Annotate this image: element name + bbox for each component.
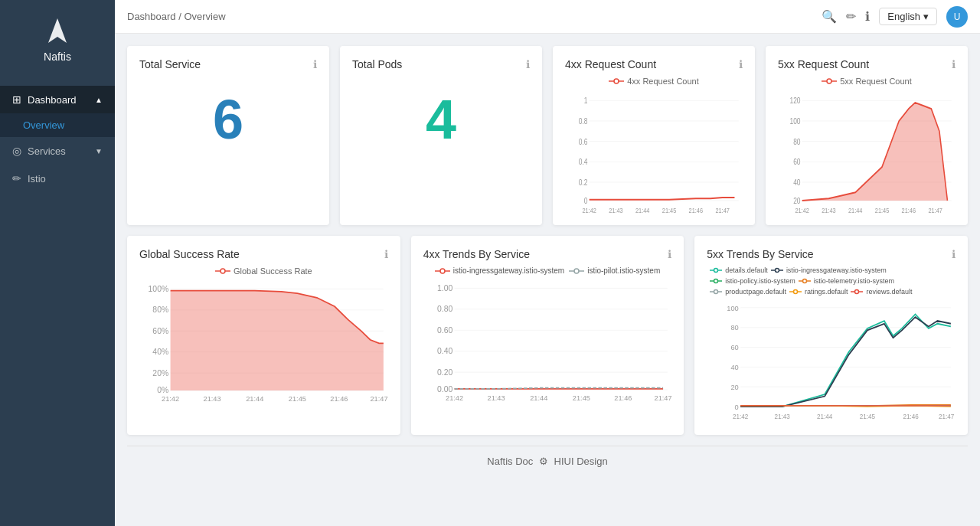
app-logo-icon bbox=[42, 15, 73, 46]
legend-4xx-ingress-label: istio-ingressgateway.istio-system bbox=[453, 266, 564, 275]
svg-text:0.4: 0.4 bbox=[579, 157, 588, 166]
breadcrumb: Dashboard / Overview bbox=[127, 11, 226, 22]
req-4xx-header: 4xx Request Count ℹ bbox=[565, 58, 743, 70]
total-service-value: 6 bbox=[139, 77, 317, 170]
sidebar-item-services[interactable]: ◎ Services ▼ bbox=[0, 137, 115, 165]
svg-text:40%: 40% bbox=[152, 348, 168, 356]
req-4xx-legend-label: 4xx Request Count bbox=[627, 77, 699, 86]
sidebar: Naftis ⊞ Dashboard ▲ Overview ◎ Services… bbox=[0, 0, 115, 526]
req-5xx-info-icon[interactable]: ℹ bbox=[952, 58, 956, 70]
topbar: Dashboard / Overview 🔍 ✏ ℹ English ▾ U bbox=[115, 0, 980, 34]
svg-text:21:43: 21:43 bbox=[609, 206, 623, 213]
sidebar-item-dashboard[interactable]: ⊞ Dashboard ▲ bbox=[0, 86, 115, 113]
app-logo: Naftis bbox=[42, 15, 73, 63]
language-button[interactable]: English ▾ bbox=[879, 8, 937, 25]
svg-text:21:43: 21:43 bbox=[203, 395, 220, 403]
total-service-title: Total Service bbox=[139, 58, 201, 70]
svg-point-88 bbox=[775, 269, 779, 273]
svg-text:20: 20 bbox=[731, 383, 739, 391]
sidebar-services-label: Services bbox=[28, 145, 66, 157]
footer-design-text: HIUI Design bbox=[554, 456, 608, 467]
svg-text:21:47: 21:47 bbox=[928, 206, 942, 213]
req-5xx-legend: 5xx Request Count bbox=[778, 77, 956, 86]
svg-text:0.60: 0.60 bbox=[437, 326, 453, 335]
svg-text:0.2: 0.2 bbox=[579, 178, 588, 187]
svg-text:21:42: 21:42 bbox=[446, 394, 463, 402]
main-content: Dashboard / Overview 🔍 ✏ ℹ English ▾ U T… bbox=[115, 0, 980, 526]
chevron-down-icon: ▼ bbox=[95, 147, 103, 155]
sidebar-overview-label: Overview bbox=[23, 119, 64, 131]
sidebar-item-overview[interactable]: Overview bbox=[0, 113, 115, 137]
global-success-info-icon[interactable]: ℹ bbox=[384, 248, 388, 260]
search-icon[interactable]: 🔍 bbox=[822, 9, 837, 24]
svg-text:0%: 0% bbox=[157, 386, 168, 394]
svg-text:40: 40 bbox=[793, 178, 800, 187]
svg-text:21:44: 21:44 bbox=[848, 206, 863, 213]
svg-text:1: 1 bbox=[584, 96, 588, 105]
trends-5xx-info-icon[interactable]: ℹ bbox=[952, 248, 956, 260]
svg-text:21:47: 21:47 bbox=[715, 206, 730, 213]
svg-text:80: 80 bbox=[793, 137, 800, 146]
edit-icon[interactable]: ✏ bbox=[846, 9, 856, 24]
total-pods-header: Total Pods ℹ bbox=[352, 58, 530, 70]
svg-text:80: 80 bbox=[731, 323, 739, 332]
language-label: English bbox=[887, 11, 920, 22]
svg-text:1.00: 1.00 bbox=[437, 284, 453, 292]
req-5xx-chart: 120 100 80 60 40 20 21:42 21:43 21:44 21… bbox=[778, 90, 956, 213]
user-avatar[interactable]: U bbox=[946, 6, 968, 28]
legend-5xx-details: details.default bbox=[710, 266, 768, 274]
svg-point-90 bbox=[714, 279, 718, 283]
req-5xx-header: 5xx Request Count ℹ bbox=[778, 58, 956, 70]
legend-telemetry-label: istio-telemetry.istio-system bbox=[814, 277, 894, 285]
sidebar-item-istio[interactable]: ✏ Istio bbox=[0, 165, 115, 192]
info-icon[interactable]: ℹ bbox=[865, 9, 870, 24]
svg-point-22 bbox=[827, 79, 831, 83]
svg-text:60: 60 bbox=[793, 157, 800, 166]
svg-text:0.80: 0.80 bbox=[437, 305, 453, 313]
legend-5xx-telemetry: istio-telemetry.istio-system bbox=[799, 277, 894, 285]
svg-text:0.00: 0.00 bbox=[437, 385, 453, 394]
trends-5xx-card: 5xx Trends By Service ℹ details.default … bbox=[694, 236, 968, 435]
svg-point-66 bbox=[574, 269, 579, 273]
sidebar-nav: ⊞ Dashboard ▲ Overview ◎ Services ▼ ✏ Is… bbox=[0, 86, 115, 192]
legend-5xx-productpage: productpage.default bbox=[710, 288, 786, 296]
lang-chevron-icon: ▾ bbox=[923, 11, 929, 22]
svg-point-96 bbox=[793, 290, 797, 294]
dashboard-content: Total Service ℹ 6 Total Pods ℹ 4 4xx Req… bbox=[115, 34, 980, 526]
topbar-actions: 🔍 ✏ ℹ English ▾ U bbox=[822, 6, 968, 28]
istio-icon: ✏ bbox=[12, 172, 21, 185]
legend-productpage-label: productpage.default bbox=[725, 288, 786, 296]
svg-text:120: 120 bbox=[789, 96, 800, 105]
req-5xx-legend-label: 5xx Request Count bbox=[840, 77, 912, 86]
svg-text:60: 60 bbox=[731, 343, 739, 351]
trends-4xx-info-icon[interactable]: ℹ bbox=[668, 248, 671, 260]
svg-text:21:46: 21:46 bbox=[330, 395, 348, 403]
legend-reviews-label: reviews.default bbox=[866, 288, 912, 296]
req-4xx-title: 4xx Request Count bbox=[565, 58, 656, 70]
svg-text:21:47: 21:47 bbox=[939, 413, 955, 420]
svg-text:21:43: 21:43 bbox=[822, 206, 836, 213]
svg-text:21:46: 21:46 bbox=[903, 413, 920, 420]
svg-text:0: 0 bbox=[735, 403, 739, 411]
sidebar-istio-label: Istio bbox=[28, 173, 46, 185]
legend-4xx: 4xx Request Count bbox=[609, 77, 699, 86]
svg-text:20: 20 bbox=[793, 196, 800, 205]
legend-5xx-reviews: reviews.default bbox=[851, 288, 912, 296]
total-pods-info-icon[interactable]: ℹ bbox=[526, 58, 530, 70]
services-icon: ◎ bbox=[12, 145, 21, 157]
trends-5xx-header: 5xx Trends By Service ℹ bbox=[707, 248, 956, 260]
bottom-cards-grid: Global Success Rate ℹ Global Success Rat… bbox=[127, 236, 968, 435]
svg-text:0.8: 0.8 bbox=[579, 116, 588, 126]
top-cards-grid: Total Service ℹ 6 Total Pods ℹ 4 4xx Req… bbox=[127, 46, 968, 225]
svg-marker-0 bbox=[48, 18, 67, 43]
svg-text:21:43: 21:43 bbox=[775, 413, 791, 420]
legend-ingress-label: istio-ingressgateway.istio-system bbox=[786, 266, 887, 274]
legend-ratings-label: ratings.default bbox=[805, 288, 848, 296]
total-service-info-icon[interactable]: ℹ bbox=[313, 58, 317, 70]
trends-5xx-chart: 100 80 60 40 20 0 21:42 21:43 21:44 21:4… bbox=[707, 300, 956, 423]
svg-text:21:42: 21:42 bbox=[733, 413, 749, 420]
svg-text:100: 100 bbox=[789, 116, 800, 126]
req-4xx-info-icon[interactable]: ℹ bbox=[739, 58, 743, 70]
svg-text:21:45: 21:45 bbox=[662, 206, 677, 213]
total-pods-value: 4 bbox=[352, 77, 530, 170]
